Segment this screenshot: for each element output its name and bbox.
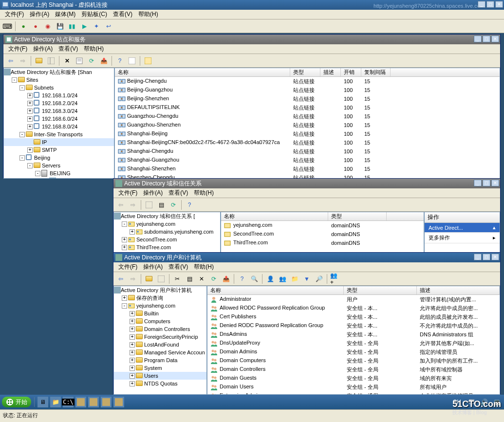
expand-icon[interactable]: + [27,116,33,122]
list-row[interactable]: Domain Users安全组 - 全局所有域用户 [207,383,500,391]
tree-node[interactable]: +192.168.3.0/24 [4,107,114,115]
list-row[interactable]: ThirdTree.comdomainDNS [221,239,424,247]
menu-item[interactable]: 文件(F) [115,262,140,272]
delete-button[interactable]: ✕ [196,274,207,284]
expand-icon[interactable]: + [27,109,33,114]
ad-users-tree[interactable]: Active Directory 用户和计算机+保存的查询-yejunsheng… [113,286,207,395]
expand-icon[interactable]: + [122,245,127,250]
expand-icon[interactable]: + [130,229,135,235]
column-header[interactable]: 名称 [221,212,328,220]
list-row[interactable]: Domain Controllers安全组 - 全局域中所有域控制器 [207,365,500,374]
list-row[interactable]: Cert Publishers安全组 - 本...此组的成员被允许发布... [207,312,500,321]
forward-button[interactable]: ⇨ [18,55,28,66]
list-row[interactable]: Guangzhou-Chengdu站点链接10015 [115,112,500,121]
taskbar-explorer-button[interactable]: 📁 [50,397,61,407]
expand-icon[interactable]: + [130,381,135,386]
tree-node[interactable]: +192.168.2.0/24 [4,99,114,107]
vm-close-button[interactable]: ✕ [495,1,503,8]
ad-domains-list[interactable]: yejunsheng.comdomainDNSSecondTree.comdom… [221,221,424,252]
menu-item[interactable]: 操作(A) [140,262,166,272]
expand-icon[interactable]: + [130,342,135,348]
export-button[interactable]: 📤 [98,55,109,66]
list-row[interactable]: Guangzhou-Shenzhen站点链接10015 [115,121,500,129]
new-user-button[interactable]: 👤 [265,274,276,284]
menu-item[interactable]: 查看(V) [166,262,191,272]
tree-node[interactable]: +ForeignSecurityPrincip [114,333,206,341]
tree-node[interactable]: +SMTP [4,146,114,154]
tree-node[interactable]: -Inter-Site Transports [4,130,114,138]
expand-icon[interactable]: - [122,221,127,227]
export-button[interactable]: 📤 [221,274,231,284]
refresh-button[interactable]: ⟳ [208,274,219,284]
list-row[interactable]: Shanghai-Beijing站点链接10015 [115,129,500,138]
add-to-group-button[interactable]: 👥+ [330,274,340,284]
search-button[interactable]: 🔎 [314,274,324,284]
tree-node[interactable]: -Sites [4,76,114,84]
tree-root[interactable]: Active Directory 域和信任关系 [ [114,212,220,220]
column-header[interactable]: 描述 [417,286,500,294]
forward-button[interactable]: ⇨ [128,200,138,210]
cut-button[interactable]: ✂ [172,274,183,284]
list-row[interactable]: DEFAULTIPSITELINK站点链接10015 [115,103,500,112]
vm-save-button[interactable]: 💾 [55,21,65,32]
tree-node[interactable]: +Managed Service Accoun [114,349,206,356]
expand-icon[interactable]: + [130,358,135,363]
menu-item[interactable]: 帮助(H) [135,9,161,19]
list-row[interactable]: Denied RODC Password Replication Group安全… [207,321,500,330]
view-button[interactable] [127,55,137,66]
list-row[interactable]: SecondTree.comdomainDNS [221,230,424,239]
tree-node[interactable]: -Servers [4,162,114,169]
expand-icon[interactable]: + [122,295,127,301]
tree-node[interactable]: +System [114,364,206,372]
tree-node[interactable]: +Builtin [114,310,206,317]
properties-button[interactable]: ▤ [184,274,195,284]
help-button[interactable]: ? [184,200,195,210]
menu-item[interactable]: 文件(F) [115,188,140,198]
list-row[interactable]: Enterprise Admins安全组 - 通用企业的指定系统管理员 [207,391,500,394]
menu-item[interactable]: 文件(F) [5,44,30,54]
menu-item[interactable]: 帮助(H) [191,262,217,272]
list-row[interactable]: DnsAdmins安全组 - 本...DNS Administrators 组 [207,330,500,339]
list-row[interactable]: yejunsheng.comdomainDNS [221,221,424,230]
back-button[interactable]: ⇦ [5,55,16,66]
expand-icon[interactable]: + [27,147,33,153]
column-header[interactable]: 开销 [341,68,361,76]
win-max-button[interactable]: □ [483,180,490,186]
vm-shutdown-button[interactable]: ◉ [42,21,53,32]
expand-icon[interactable]: + [130,311,135,316]
tree-node[interactable]: +Program Data [114,356,206,364]
ad-domains-list-header[interactable]: 名称类型 [221,212,424,221]
tree-node[interactable]: +192.168.6.0/24 [4,115,114,123]
list-row[interactable]: Shanghai-BeijingCNF:be00d2c2-f75c-4672-9… [115,138,500,147]
back-button[interactable]: ⇦ [115,274,126,284]
vm-snapshot-button[interactable]: ✦ [91,21,102,32]
new-group-button[interactable]: 👥 [277,274,288,284]
list-row[interactable]: Domain Admins安全组 - 全局指定的域管理员 [207,348,500,356]
tree-node[interactable]: +LostAndFound [114,341,206,349]
expand-icon[interactable]: + [130,319,135,324]
menu-item[interactable]: 剪贴板(C) [78,9,110,19]
show-hide-tree-button[interactable] [46,55,56,66]
vm-turnoff-button[interactable]: ● [30,21,41,32]
expand-icon[interactable]: + [130,334,135,340]
taskbar-mmc2-button[interactable] [88,397,99,407]
column-header[interactable]: 类型 [290,68,320,76]
list-row[interactable]: Domain Guests安全组 - 全局域的所有来宾 [207,374,500,383]
menu-item[interactable]: 查看(V) [166,188,191,198]
taskbar-mmc4-button[interactable] [113,397,124,407]
tree-node[interactable]: +192.168.8.0/24 [4,123,114,130]
refresh-button[interactable]: ⟳ [168,200,179,210]
properties-button[interactable] [74,55,85,66]
list-row[interactable]: Administrator用户管理计算机(域)的内置... [207,295,500,304]
list-row[interactable]: Beijing-Guangzhou站点链接10015 [115,86,500,94]
help-button[interactable]: ? [114,55,125,66]
properties-button[interactable]: ▤ [156,200,167,210]
taskbar[interactable]: 开始 🖥 📁 C:\ CH 🗔 🔊 💻 [0,395,504,409]
list-row[interactable]: Shanghai-Chengdu站点链接10015 [115,147,500,156]
actions-title-row[interactable]: Active Direct...▴ [425,223,500,233]
ad-users-list-header[interactable]: 名称类型描述 [207,286,500,295]
filter-button[interactable]: ▼ [301,274,312,284]
list-row[interactable]: Shanghai-Guangzhou站点链接10015 [115,156,500,165]
tree-root[interactable]: Active Directory 站点和服务 [Shan [4,68,114,76]
forward-button[interactable]: ⇨ [128,274,138,284]
